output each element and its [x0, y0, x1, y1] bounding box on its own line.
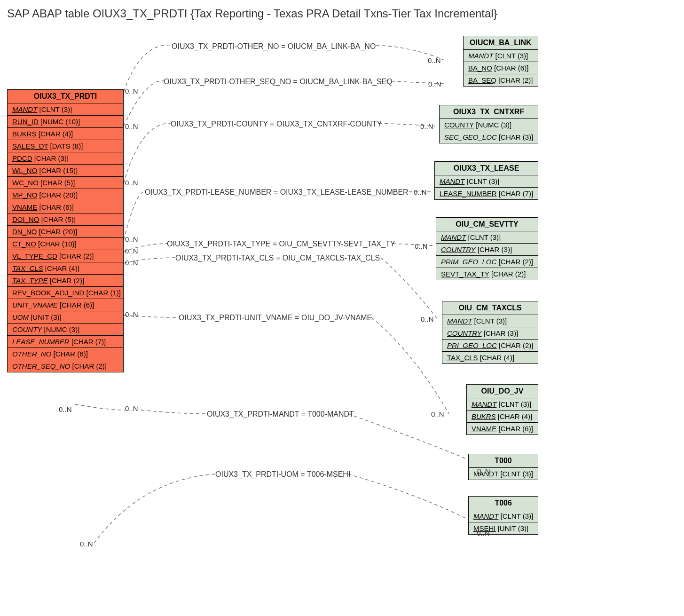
- field-row: BA_NO [CHAR (6)]: [464, 62, 538, 74]
- field-row: UNIT_VNAME [CHAR (6)]: [8, 299, 123, 311]
- ref-table-oiux3_tx_lease: OIUX3_TX_LEASEMANDT [CLNT (3)]LEASE_NUMB…: [434, 161, 538, 200]
- cardinality-label: 0..N: [125, 247, 138, 255]
- relation-label: OIUX3_TX_PRDTI-COUNTY = OIUX3_TX_CNTXRF-…: [171, 120, 382, 128]
- cardinality-label: 0..N: [125, 235, 138, 243]
- field-row: MANDT [CLNT (3)]: [442, 315, 538, 327]
- relation-label: OIUX3_TX_PRDTI-UOM = T006-MSEHI: [215, 470, 350, 479]
- table-header: OIU_DO_JV: [467, 385, 538, 398]
- cardinality-label: 0..N: [59, 405, 72, 413]
- cardinality-label: 0..N: [477, 529, 490, 537]
- field-row: LEASE_NUMBER [CHAR (7)]: [8, 336, 123, 348]
- field-row: OTHER_NO [CHAR (6)]: [8, 348, 123, 360]
- field-row: TAX_CLS [CHAR (4)]: [8, 262, 123, 275]
- field-row: VNAME [CHAR (6)]: [467, 423, 538, 434]
- field-row: RUN_ID [NUMC (10)]: [8, 116, 123, 128]
- relation-label: OIUX3_TX_PRDTI-LEASE_NUMBER = OIUX3_TX_L…: [145, 188, 409, 197]
- relation-label: OIUX3_TX_PRDTI-OTHER_SEQ_NO = OIUCM_BA_L…: [164, 78, 393, 86]
- field-row: COUNTRY [CHAR (3)]: [436, 244, 538, 256]
- field-row: BUKRS [CHAR (4)]: [467, 411, 538, 423]
- field-row: MP_NO [CHAR (20)]: [8, 189, 123, 201]
- table-header: OIUCM_BA_LINK: [464, 36, 538, 50]
- field-row: DOI_NO [CHAR (5)]: [8, 213, 123, 226]
- main-table: OIUX3_TX_PRDTIMANDT [CLNT (3)]RUN_ID [NU…: [7, 89, 124, 372]
- field-row: PRI_GEO_LOC [CHAR (2)]: [442, 340, 538, 352]
- cardinality-label: 0..N: [420, 122, 433, 130]
- cardinality-label: 0..N: [125, 179, 138, 187]
- field-row: COUNTY [NUMC (3)]: [8, 324, 123, 336]
- cardinality-label: 0..N: [125, 122, 138, 130]
- field-row: COUNTRY [CHAR (3)]: [442, 327, 538, 340]
- cardinality-label: 0..N: [125, 87, 138, 95]
- field-row: WL_NO [CHAR (15)]: [8, 165, 123, 177]
- field-row: TAX_CLS [CHAR (4)]: [442, 352, 538, 363]
- field-row: MANDT [CLNT (3)]: [436, 231, 538, 244]
- field-row: LEASE_NUMBER [CHAR (7)]: [435, 188, 538, 199]
- field-row: SEVT_TAX_TY [CHAR (2)]: [436, 268, 538, 280]
- table-header: OIUX3_TX_CNTXRF: [440, 105, 538, 119]
- table-header: OIU_CM_SEVTTY: [436, 218, 538, 231]
- field-row: MANDT [CLNT (3)]: [469, 510, 538, 522]
- field-row: PRIM_GEO_LOC [CHAR (2)]: [436, 256, 538, 268]
- cardinality-label: 0..N: [431, 410, 444, 418]
- field-row: UOM [UNIT (3)]: [8, 311, 123, 324]
- ref-table-oiucm_ba_link: OIUCM_BA_LINKMANDT [CLNT (3)]BA_NO [CHAR…: [463, 36, 538, 87]
- relation-label: OIUX3_TX_PRDTI-MANDT = T000-MANDT: [207, 410, 354, 419]
- field-row: WC_NO [CHAR (5)]: [8, 177, 123, 189]
- field-row: TAX_TYPE [CHAR (2)]: [8, 275, 123, 287]
- field-row: MANDT [CLNT (3)]: [8, 103, 123, 116]
- table-header: OIUX3_TX_LEASE: [435, 162, 538, 175]
- table-header: T006: [469, 497, 538, 510]
- cardinality-label: 0..N: [125, 404, 138, 412]
- relation-label: OIUX3_TX_PRDTI-UNIT_VNAME = OIU_DO_JV-VN…: [179, 314, 372, 322]
- ref-table-oiux3_tx_cntxrf: OIUX3_TX_CNTXRFCOUNTY [NUMC (3)]SEC_GEO_…: [439, 105, 538, 143]
- table-header: OIUX3_TX_PRDTI: [8, 90, 123, 103]
- table-header: T000: [469, 454, 538, 468]
- field-row: VNAME [CHAR (6)]: [8, 201, 123, 213]
- cardinality-label: 0..N: [125, 259, 138, 267]
- field-row: SALES_DT [DATS (8)]: [8, 140, 123, 152]
- cardinality-label: 0..N: [428, 80, 441, 88]
- page-title: SAP ABAP table OIUX3_TX_PRDTI {Tax Repor…: [7, 7, 679, 20]
- field-row: DN_NO [CHAR (20)]: [8, 226, 123, 238]
- field-row: BA_SEQ [CHAR (2)]: [464, 74, 538, 86]
- field-row: MANDT [CLNT (3)]: [467, 398, 538, 411]
- cardinality-label: 0..N: [414, 188, 427, 196]
- field-row: CT_NO [CHAR (10)]: [8, 238, 123, 250]
- field-row: REV_BOOK_ADJ_IND [CHAR (1)]: [8, 287, 123, 299]
- field-row: OTHER_SEQ_NO [CHAR (2)]: [8, 360, 123, 372]
- relation-label: OIUX3_TX_PRDTI-TAX_CLS = OIU_CM_TAXCLS-T…: [175, 254, 380, 262]
- cardinality-label: 0..N: [428, 56, 441, 64]
- ref-table-oiu_cm_sevtty: OIU_CM_SEVTTYMANDT [CLNT (3)]COUNTRY [CH…: [436, 217, 538, 280]
- field-row: SEC_GEO_LOC [CHAR (3)]: [440, 131, 538, 143]
- field-row: MANDT [CLNT (3)]: [435, 175, 538, 188]
- ref-table-oiu_cm_taxcls: OIU_CM_TAXCLSMANDT [CLNT (3)]COUNTRY [CH…: [442, 301, 538, 364]
- field-row: COUNTY [NUMC (3)]: [440, 119, 538, 131]
- table-header: OIU_CM_TAXCLS: [442, 301, 538, 315]
- field-row: PDCD [CHAR (3)]: [8, 152, 123, 165]
- field-row: MANDT [CLNT (3)]: [464, 50, 538, 62]
- cardinality-label: 0..N: [477, 467, 490, 475]
- relation-label: OIUX3_TX_PRDTI-TAX_TYPE = OIU_CM_SEVTTY-…: [167, 240, 395, 248]
- cardinality-label: 0..N: [415, 242, 428, 250]
- field-row: BUKRS [CHAR (4)]: [8, 128, 123, 140]
- ref-table-oiu_do_jv: OIU_DO_JVMANDT [CLNT (3)]BUKRS [CHAR (4)…: [466, 384, 538, 435]
- cardinality-label: 0..N: [125, 310, 138, 318]
- cardinality-label: 0..N: [80, 540, 93, 548]
- cardinality-label: 0..N: [421, 315, 434, 323]
- field-row: VL_TYPE_CD [CHAR (2)]: [8, 250, 123, 262]
- relation-label: OIUX3_TX_PRDTI-OTHER_NO = OIUCM_BA_LINK-…: [172, 42, 376, 51]
